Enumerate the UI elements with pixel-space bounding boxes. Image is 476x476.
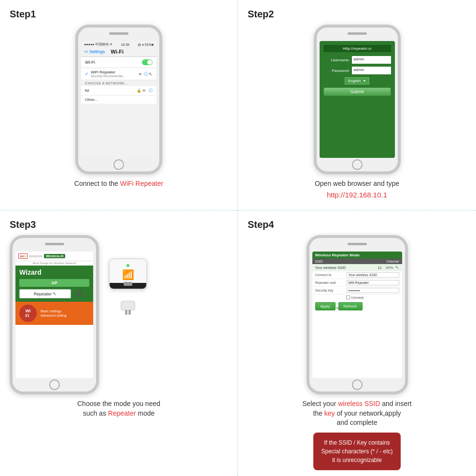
wifi-navbar: ‹ < Settings Wi-Fi xyxy=(81,48,156,57)
password-label: Password: xyxy=(323,69,350,73)
step2-phone-screen: Http://repeater.ui Username: admin Passw… xyxy=(320,41,395,158)
wifi-toggle-label: Wi-Fi xyxy=(85,60,95,65)
wifi-brand-logo: WiFi xyxy=(19,305,37,322)
wifi-toggle-row: Wi-Fi xyxy=(81,57,156,68)
ap-mode-button[interactable]: AP xyxy=(19,279,89,287)
password-row: Password: admin xyxy=(323,67,391,74)
wireless-n-badge: Wireless-N xyxy=(44,254,65,258)
wizard-orange-section: WiFi Basic settings Advanced setting xyxy=(15,302,93,325)
network-section-header: CHOOSE A NETWORK... xyxy=(81,80,156,86)
refresh-button[interactable]: Refresh xyxy=(338,302,363,310)
ssid-column-header: SSID xyxy=(315,260,387,263)
action-buttons-row: Apply ↖ Refresh xyxy=(312,300,402,312)
channel-value: 11 xyxy=(374,266,386,270)
arrow-right-icon: → xyxy=(85,292,89,296)
submit-button[interactable]: Submit xyxy=(323,87,391,96)
checkmark-icon: ✓ xyxy=(85,71,89,76)
step2-label: Step2 xyxy=(248,9,274,20)
phone-home-button-2[interactable] xyxy=(352,159,363,170)
unmask-checkbox[interactable] xyxy=(346,295,350,299)
username-input[interactable]: admin xyxy=(352,56,391,64)
repeater-ssid-row: Repeater ssid Wifi-Repeater xyxy=(312,279,402,287)
carrier-signal: ●●●●● 中国移动 ✈ xyxy=(84,42,112,47)
step1-cell: Step1 ●●●●● 中国移动 ✈ 16:38 @ ♦ 52%■ ‹ < Se… xyxy=(0,0,238,210)
wifi-settings-screen: ●●●●● 中国移动 ✈ 16:38 @ ♦ 52%■ ‹ < Settings… xyxy=(81,41,156,158)
device-pin-right xyxy=(128,310,131,315)
info-button-1[interactable]: ⓘ xyxy=(144,71,148,77)
repeater-web-screen: Wireless Repeater Mode SSID Channel Your… xyxy=(312,252,402,378)
security-value: WPA- xyxy=(386,266,394,269)
fst-network-name: fst xyxy=(85,88,137,93)
step3-label: Step3 xyxy=(10,219,36,230)
url-bar: Http://repeater.ui xyxy=(323,45,391,52)
ssid-value: Your wireless SSID xyxy=(315,266,374,270)
step1-label: Step1 xyxy=(10,9,36,20)
step4-label: Step4 xyxy=(248,219,274,230)
repeater-mode-button[interactable]: Repeater ↖ xyxy=(19,289,71,298)
security-key-label: Security key xyxy=(315,289,347,292)
phone-speaker-3 xyxy=(45,243,64,245)
step3-description: Choose the mode you need such as Repeate… xyxy=(77,399,160,418)
wizard-green-section: Wizard AP Repeater ↖ 🖥 → xyxy=(15,266,93,302)
language-select-row: English ▼ xyxy=(323,77,391,84)
clock-1: 16:38 xyxy=(121,43,129,46)
connect-to-label: Connect to xyxy=(315,273,347,277)
phone-speaker-1 xyxy=(109,32,128,35)
wizard-subtitle: More Range for Wireless Network xyxy=(15,261,93,266)
repeater-table-header: SSID Channel xyxy=(312,259,402,264)
device-ethernet-port xyxy=(124,282,132,286)
phone-home-button-3[interactable] xyxy=(49,379,60,390)
unmask-label: Unmask xyxy=(351,296,364,299)
wizard-web-screen: WiFi REPEATER Wireless-N More Range for … xyxy=(15,252,93,378)
login-web-screen: Http://repeater.ui Username: admin Passw… xyxy=(320,41,395,158)
phone-speaker-4 xyxy=(348,243,367,245)
back-button[interactable]: ‹ < Settings xyxy=(84,49,105,54)
lock-icon: 🔒 xyxy=(137,88,141,93)
wifi-signal-icon-2: ≋ xyxy=(142,88,146,93)
connect-to-value[interactable]: Your wireless SSID xyxy=(347,272,399,278)
dropdown-arrow-icon: ▼ xyxy=(363,79,366,83)
connected-network-row[interactable]: ✓ WiFi Repeater Security Recommenda... ≋… xyxy=(81,68,156,80)
apply-button[interactable]: Apply ↖ xyxy=(315,302,336,310)
warning-box: If the SSID / Key contains Special chara… xyxy=(313,433,400,470)
wifi-logo: WiFi xyxy=(18,253,28,259)
step1-phone: ●●●●● 中国移动 ✈ 16:38 @ ♦ 52%■ ‹ < Settings… xyxy=(75,25,162,174)
step1-description: Connect to the WiFi Repeater xyxy=(74,179,163,189)
wifi-toggle[interactable] xyxy=(142,59,153,65)
wizard-title: Wizard xyxy=(19,268,89,276)
repeater-ssid-input[interactable]: Wifi-Repeater xyxy=(347,280,399,285)
username-label: Username: xyxy=(323,58,350,62)
security-key-row: Security key •••••••••• xyxy=(312,287,402,294)
device-body: 📶 xyxy=(109,258,147,290)
step3-phone-screen: WiFi REPEATER Wireless-N More Range for … xyxy=(15,252,93,378)
network-row-1[interactable]: Your wireless SSID 11 WPA- ↖ xyxy=(312,264,402,271)
connected-network-name: WiFi Repeater Security Recommenda... xyxy=(91,70,139,78)
step4-description: Select your wireless SSID and insert the… xyxy=(302,399,411,428)
username-row: Username: admin xyxy=(323,56,391,64)
phone-home-button-4[interactable] xyxy=(352,379,363,390)
language-dropdown[interactable]: English ▼ xyxy=(345,77,369,84)
phone-speaker-2 xyxy=(348,32,367,35)
repeater-mode-header: Wireless Repeater Mode xyxy=(312,252,402,259)
step3-cell: Step3 WiFi REPEATER Wireless-N More Rang xyxy=(0,210,238,476)
connect-to-row: Connect to Your wireless SSID xyxy=(312,271,402,279)
cursor-icon-4: ↖ xyxy=(395,265,399,270)
wifi-nav-title: Wi-Fi xyxy=(111,49,124,55)
wizard-header: WiFi REPEATER Wireless-N xyxy=(15,252,93,261)
device-container: 📶 xyxy=(104,254,152,302)
step4-phone-screen: Wireless Repeater Mode SSID Channel Your… xyxy=(312,252,402,378)
cursor-icon-apply: ↖ xyxy=(336,306,340,311)
other-network-row[interactable]: Other... xyxy=(81,96,156,104)
device-plug xyxy=(121,301,135,310)
step3-phone: WiFi REPEATER Wireless-N More Range for … xyxy=(10,235,99,394)
step4-cell: Step4 Wireless Repeater Mode SSID Channe… xyxy=(238,210,476,476)
device-pin-left xyxy=(125,310,127,315)
security-key-input[interactable]: •••••••••• xyxy=(347,288,399,293)
repeater-label: REPEATER xyxy=(29,255,42,258)
back-label: < Settings xyxy=(85,49,105,54)
phone-home-button-1[interactable] xyxy=(113,159,124,170)
password-input[interactable]: admin xyxy=(352,67,391,74)
main-grid: Step1 ●●●●● 中国移动 ✈ 16:38 @ ♦ 52%■ ‹ < Se… xyxy=(0,0,476,476)
info-button-2[interactable]: ⓘ xyxy=(149,88,153,93)
fst-network-row[interactable]: fst 🔒 ≋ ⓘ xyxy=(81,86,156,96)
